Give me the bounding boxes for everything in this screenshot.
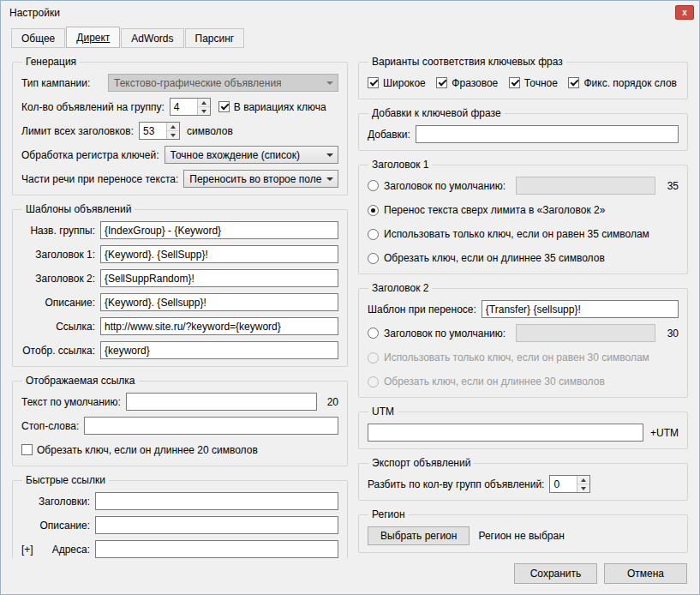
h1-trim-radio[interactable] [368, 253, 379, 264]
h1-only-key-radio[interactable] [368, 229, 379, 240]
group-title-ad-templates: Шаблоны объявлений [22, 203, 135, 215]
region-status: Регион не выбран [478, 530, 564, 542]
tab-direkt[interactable]: Директ [66, 27, 120, 48]
match-broad-checkbox[interactable] [368, 77, 379, 88]
group-headline2: Заголовок 2 Шаблон при переносе: Заголов… [358, 282, 688, 398]
template-headline1-input[interactable] [100, 245, 338, 263]
default-text-limit: 20 [327, 396, 338, 408]
match-broad-check[interactable]: Широкое [368, 77, 426, 89]
spinner-up-icon[interactable] [198, 99, 210, 107]
h2-template-label: Шаблон при переносе: [368, 304, 476, 316]
h2-default-limit: 30 [667, 328, 679, 340]
spinner-down-icon[interactable] [167, 131, 179, 139]
trim-key-checkbox[interactable] [21, 444, 33, 455]
ql-description-row: Описание: [21, 516, 338, 534]
template-link-label: Ссылка: [21, 321, 95, 333]
variations-checkbox-label: В вариациях ключа [234, 101, 326, 113]
ql-headlines-row: Заголовки: [21, 492, 338, 510]
spinner-down-icon[interactable] [577, 484, 589, 492]
spinner-buttons [166, 123, 179, 139]
export-split-spinner[interactable]: 0 [549, 475, 590, 493]
match-phrase-label: Фразовое [452, 77, 498, 89]
settings-window: Настройки x Общее Директ AdWords Парсинг… [0, 0, 700, 595]
ql-headlines-input[interactable] [95, 492, 338, 510]
additions-input[interactable] [416, 125, 679, 143]
template-description-label: Описание: [21, 297, 95, 309]
h1-default-radio[interactable] [368, 180, 379, 191]
headlines-limit-spinner[interactable]: 53 [139, 122, 180, 140]
h1-transfer-option: Перенос текста сверх лимита в «Заголовок… [368, 201, 679, 219]
template-row-description: Описание: [21, 293, 338, 311]
default-text-label: Текст по умолчанию: [21, 396, 121, 408]
save-button[interactable]: Сохранить [514, 563, 597, 584]
h2-template-input[interactable] [482, 300, 679, 318]
stop-words-input[interactable] [84, 417, 338, 435]
h2-default-option: Заголовок по умолчанию: 30 [368, 324, 679, 342]
stop-words-row: Стоп-слова: [21, 417, 338, 435]
template-headline2-label: Заголовок 2: [21, 273, 95, 285]
template-row-link: Ссылка: [21, 317, 338, 335]
tab-parsing[interactable]: Парсинг [185, 28, 245, 48]
h1-transfer-label: Перенос текста сверх лимита в «Заголовок… [384, 204, 605, 216]
spinner-down-icon[interactable] [198, 107, 210, 115]
default-text-input[interactable] [126, 393, 317, 411]
campaign-type-label: Тип кампании: [21, 77, 103, 89]
variations-check[interactable]: В вариациях ключа [218, 101, 326, 113]
ql-headlines-label: Заголовки: [39, 496, 90, 508]
ql-addresses-input[interactable] [95, 540, 338, 558]
spinner-up-icon[interactable] [577, 476, 589, 484]
campaign-type-value: Текстово-графические объявления [114, 77, 322, 89]
utm-input[interactable] [368, 424, 643, 442]
headlines-limit-suffix: символов [187, 125, 233, 137]
template-description-input[interactable] [100, 293, 338, 311]
match-exact-checkbox[interactable] [509, 77, 520, 88]
spinner-up-icon[interactable] [167, 123, 179, 131]
match-phrase-check[interactable]: Фразовое [436, 77, 498, 89]
add-address-button[interactable]: [+] [21, 544, 33, 556]
ql-description-input[interactable] [95, 516, 338, 534]
speech-parts-select[interactable]: Переносить во второе поле [183, 170, 338, 188]
speech-parts-label: Части речи при переносе текста: [21, 173, 178, 185]
group-name-label: Назв. группы: [21, 225, 95, 237]
h1-only-key-label: Использовать только ключ, если он равен … [384, 228, 649, 240]
tab-adwords[interactable]: AdWords [121, 28, 183, 48]
tab-page-direkt: Генерация Тип кампании: Текстово-графиче… [1, 48, 699, 558]
select-region-button[interactable]: Выбрать регион [368, 526, 470, 545]
h2-trim-option: Обрезать ключ, если он длиннее 30 символ… [368, 373, 679, 390]
cancel-button[interactable]: Отмена [604, 563, 687, 584]
match-exact-check[interactable]: Точное [509, 77, 558, 89]
close-button[interactable]: x [675, 5, 694, 20]
h2-only-key-radio [368, 352, 379, 364]
campaign-type-select: Текстово-графические объявления [108, 74, 338, 92]
trim-key-checkbox-label: Обрезать ключ, если он длиннее 20 символ… [37, 444, 258, 456]
match-fixed-order-checkbox[interactable] [568, 77, 579, 88]
tab-obshchee[interactable]: Общее [11, 28, 65, 48]
h2-only-key-label: Использовать только ключ, если он равен … [384, 352, 649, 364]
group-name-input[interactable] [100, 221, 338, 239]
group-export: Экспорт объявлений Разбить по кол-ву гру… [358, 457, 688, 501]
left-column: Генерация Тип кампании: Текстово-графиче… [12, 56, 348, 558]
variations-checkbox[interactable] [218, 101, 230, 112]
template-link-input[interactable] [100, 317, 338, 335]
match-broad-label: Широкое [383, 77, 426, 89]
h2-default-radio[interactable] [368, 328, 379, 339]
template-headline2-input[interactable] [100, 269, 338, 287]
spinner-buttons [197, 99, 210, 115]
group-quick-links: Быстрые ссылки Заголовки: Описание: [+] … [12, 474, 348, 558]
chevron-down-icon [326, 81, 333, 85]
h1-default-limit: 35 [667, 180, 679, 192]
group-title-generation: Генерация [22, 56, 80, 68]
chevron-down-icon [326, 177, 333, 181]
group-region: Регион Выбрать регион Регион не выбран [358, 508, 688, 553]
match-exact-label: Точное [524, 77, 558, 89]
key-case-select[interactable]: Точное вхождение (список) [165, 146, 338, 164]
template-display-link-input[interactable] [100, 341, 338, 359]
match-fixed-order-check[interactable]: Фикс. порядок слов [568, 77, 677, 89]
h1-transfer-radio[interactable] [368, 205, 379, 216]
ads-per-group-spinner[interactable]: 4 [170, 98, 211, 116]
trim-key-check[interactable]: Обрезать ключ, если он длиннее 20 символ… [21, 444, 258, 456]
group-title-quick-links: Быстрые ссылки [22, 474, 109, 486]
group-title-headline2: Заголовок 2 [368, 282, 432, 294]
match-phrase-checkbox[interactable] [436, 77, 447, 88]
h2-only-key-option: Использовать только ключ, если он равен … [368, 349, 679, 366]
